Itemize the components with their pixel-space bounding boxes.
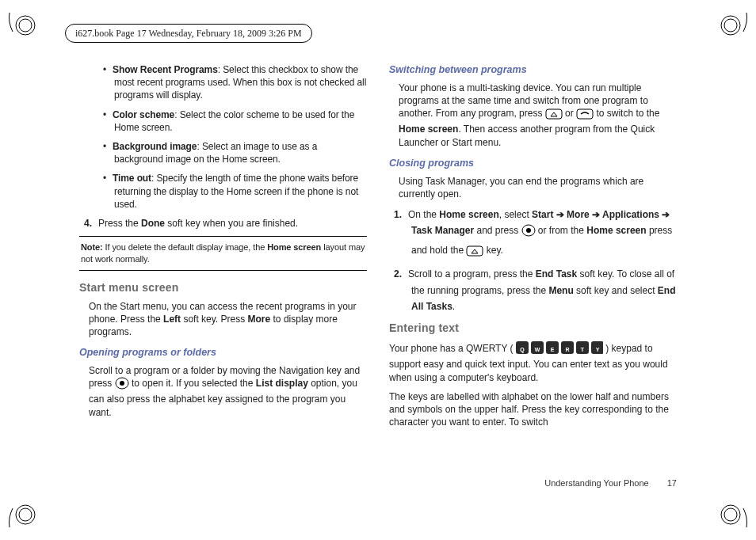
svg-text:Y: Y (596, 347, 600, 352)
heading-entering-text: Entering text (389, 321, 677, 336)
svg-point-7 (724, 508, 737, 521)
bullet-show-recent: •Show Recent Programs: Select this check… (114, 63, 367, 102)
page-number: 17 (667, 477, 677, 489)
svg-text:R: R (565, 347, 569, 352)
svg-point-5 (19, 508, 32, 521)
svg-point-1 (19, 19, 32, 32)
corner-ornament-bottom-left (6, 502, 38, 534)
footer-section: Understanding Your Phone (544, 478, 649, 488)
bullet-time-out: •Time out: Specify the length of time th… (114, 172, 367, 211)
left-column: •Show Recent Programs: Select this check… (79, 63, 367, 492)
svg-point-3 (724, 19, 737, 32)
bullet-color-scheme: •Color scheme: Select the color scheme t… (114, 108, 367, 134)
closing-paragraph: Using Task Manager, you can end the prog… (399, 175, 677, 200)
svg-point-9 (120, 381, 124, 386)
nav-center-key-icon (521, 224, 536, 241)
page-body: •Show Recent Programs: Select this check… (79, 63, 677, 492)
qwerty-keys-icon: Q W E R T Y (516, 340, 603, 358)
opening-programs-paragraph: Scroll to a program or a folder by movin… (89, 364, 367, 419)
step-2: 2.Scroll to a program, press the End Tas… (411, 266, 677, 314)
header-tag: i627.book Page 17 Wednesday, February 18… (65, 24, 312, 43)
switching-paragraph: Your phone is a multi-tasking device. Yo… (399, 82, 677, 149)
svg-text:Q: Q (520, 347, 525, 353)
svg-text:E: E (551, 347, 555, 352)
nav-center-key-icon (115, 377, 129, 393)
heading-opening-programs: Opening programs or folders (79, 346, 367, 359)
corner-ornament-bottom-right (718, 502, 750, 534)
heading-closing-programs: Closing programs (389, 157, 677, 170)
step-4: 4.Press the Done soft key when you are f… (101, 217, 367, 230)
bullet-background-image: •Background image: Select an image to us… (114, 140, 367, 165)
note-block: Note: If you delete the default display … (79, 236, 367, 271)
right-column: Switching between programs Your phone is… (389, 63, 677, 492)
start-menu-paragraph: On the Start menu, you can access the re… (89, 300, 367, 339)
heading-switching-programs: Switching between programs (389, 63, 677, 77)
corner-ornament-top-right (718, 6, 750, 38)
heading-start-menu-screen: Start menu screen (79, 280, 367, 295)
page-footer: Understanding Your Phone 17 (544, 477, 677, 489)
svg-point-13 (526, 228, 531, 233)
end-key-icon (576, 108, 594, 123)
svg-rect-11 (577, 109, 593, 119)
svg-rect-10 (546, 109, 562, 119)
home-key-icon (466, 245, 483, 261)
corner-ornament-top-left (6, 6, 38, 38)
entering-text-paragraph-1: Your phone has a QWERTY ( Q W E R T Y (389, 340, 677, 384)
svg-rect-14 (467, 246, 483, 256)
svg-text:W: W (535, 347, 540, 352)
home-key-icon (545, 108, 563, 123)
svg-text:T: T (581, 347, 585, 352)
entering-text-paragraph-2: The keys are labelled with alphabet on t… (389, 390, 677, 429)
step-1: 1.On the Home screen, select Start ➔ Mor… (411, 207, 677, 261)
